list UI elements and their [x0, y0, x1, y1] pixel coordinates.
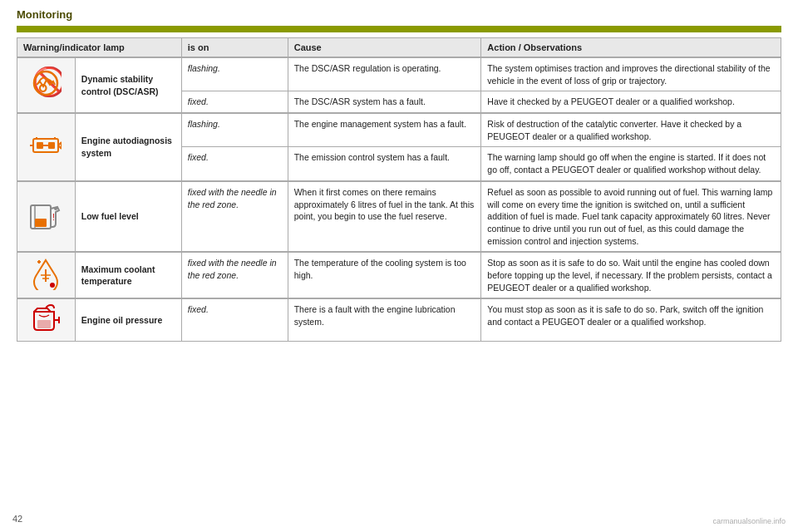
- cause-cell: When it first comes on there remains app…: [288, 181, 481, 252]
- action-cell: Refuel as soon as possible to avoid runn…: [481, 181, 781, 252]
- is-on-cell: fixed.: [181, 298, 288, 341]
- header-is-on: is on: [181, 38, 288, 58]
- cause-cell: The emission control system has a fault.: [288, 147, 481, 181]
- svg-rect-5: [48, 142, 55, 149]
- lamp-name: Dynamic stability control (DSC/ASR): [75, 57, 181, 113]
- svg-point-16: [54, 207, 57, 210]
- svg-text:⚬: ⚬: [33, 76, 52, 101]
- is-on-cell: flashing.: [181, 57, 288, 91]
- page-title: Monitoring: [17, 8, 781, 21]
- warning-table: Warning/indicator lamp is on Cause Actio…: [17, 37, 781, 342]
- is-on-cell: fixed.: [181, 91, 288, 113]
- lamp-name: Engine oil pressure: [75, 298, 181, 341]
- cause-cell: The DSC/ASR regulation is operating.: [288, 57, 481, 91]
- action-cell: The warning lamp should go off when the …: [481, 147, 781, 181]
- lamp-name: Engine autodiagnosis system: [75, 113, 181, 181]
- cause-cell: There is a fault with the engine lubrica…: [288, 298, 481, 341]
- svg-rect-4: [37, 142, 43, 149]
- svg-point-20: [50, 283, 55, 288]
- icon-oil: [17, 298, 76, 341]
- is-on-cell: fixed.: [181, 147, 288, 181]
- cause-cell: The engine management system has a fault…: [288, 113, 481, 147]
- action-cell: The system optimises traction and improv…: [481, 57, 781, 91]
- accent-bar: [17, 26, 781, 32]
- header-lamp: Warning/indicator lamp: [17, 38, 182, 58]
- header-action: Action / Observations: [481, 38, 781, 58]
- action-cell: Stop as soon as it is safe to do so. Wai…: [481, 252, 781, 298]
- icon-engine: [17, 113, 76, 181]
- is-on-cell: flashing.: [181, 113, 288, 147]
- lamp-name: Maximum coolant temperature: [75, 252, 181, 298]
- action-cell: Have it checked by a PEUGEOT dealer or a…: [481, 91, 781, 113]
- action-cell: You must stop as soon as it is safe to d…: [481, 298, 781, 341]
- is-on-cell: fixed with the needle in the red zone.: [181, 181, 288, 252]
- lamp-name: Low fuel level: [75, 181, 181, 252]
- header-cause: Cause: [288, 38, 481, 58]
- icon-coolant: [17, 252, 76, 298]
- icon-fuel: !: [17, 181, 76, 252]
- cause-cell: The temperature of the cooling system is…: [288, 252, 481, 298]
- svg-rect-23: [37, 320, 51, 328]
- icon-dsc: 🚫 ⚬: [17, 57, 76, 113]
- action-cell: Risk of destruction of the catalytic con…: [481, 113, 781, 147]
- svg-rect-15: [35, 219, 47, 227]
- cause-cell: The DSC/ASR system has a fault.: [288, 91, 481, 113]
- is-on-cell: fixed with the needle in the red zone.: [181, 252, 288, 298]
- svg-text:!: !: [52, 213, 55, 222]
